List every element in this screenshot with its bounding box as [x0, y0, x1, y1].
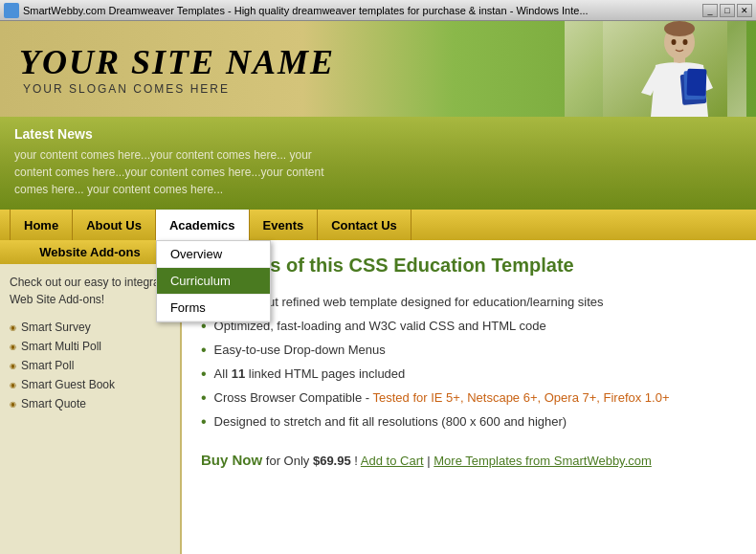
browser-icon: [4, 3, 19, 18]
browser-content: Your Site Name Your Slogan Comes Here: [0, 21, 756, 554]
nav-bar: Home About Us Academics Overview Curricu…: [0, 210, 756, 240]
bullet-icon: ◉: [10, 323, 16, 332]
add-to-cart-link[interactable]: Add to Cart: [361, 454, 424, 468]
feature-item-1: A Clean-cut refined web template designe…: [201, 291, 737, 315]
feature-pages-count: 11: [232, 366, 245, 381]
nav-about-us[interactable]: About Us: [73, 210, 156, 240]
sidebar-text: Check out our easy to integrate Web Site…: [10, 274, 170, 308]
feature-item-3: Easy-to-use Drop-down Menus: [201, 339, 737, 363]
bullet-icon: ◉: [10, 343, 16, 351]
dropdown-curriculum[interactable]: Curriculum: [157, 268, 270, 295]
buy-now-label: Buy Now: [201, 452, 262, 468]
browser-compat-link[interactable]: Tested for IE 5+, Netscape 6+, Opera 7+,…: [373, 390, 670, 405]
more-templates-link[interactable]: More Templates from SmartWebby.com: [434, 454, 652, 468]
sidebar-item-smart-survey[interactable]: ◉ Smart Survey: [10, 318, 170, 337]
sidebar: Website Add-ons Check out our easy to in…: [0, 240, 182, 554]
content-area: Website Add-ons Check out our easy to in…: [0, 240, 756, 554]
dropdown-forms[interactable]: Forms: [157, 295, 270, 321]
site-header: Your Site Name Your Slogan Comes Here: [0, 21, 756, 117]
site-name: Your Site Name: [19, 42, 335, 82]
dropdown-overview[interactable]: Overview: [157, 241, 270, 268]
main-title: Features of this CSS Education Template: [201, 255, 737, 277]
sidebar-list: ◉ Smart Survey ◉ Smart Multi Poll ◉ Smar…: [10, 318, 170, 413]
sidebar-item-smart-quote[interactable]: ◉ Smart Quote: [10, 394, 170, 413]
nav-home[interactable]: Home: [10, 210, 73, 240]
buy-section: Buy Now for Only $69.95 ! Add to Cart | …: [201, 452, 737, 468]
svg-point-8: [683, 39, 688, 45]
nav-contact-us[interactable]: Contact Us: [318, 210, 411, 240]
bullet-icon: ◉: [10, 362, 16, 370]
sidebar-item-smart-guest-book[interactable]: ◉ Smart Guest Book: [10, 375, 170, 394]
news-content: Latest News your content comes here...yo…: [14, 126, 349, 198]
svg-point-7: [672, 39, 677, 45]
separator: |: [427, 454, 430, 468]
price-prefix: for Only: [266, 454, 313, 468]
minimize-button[interactable]: _: [702, 4, 718, 17]
sidebar-item-smart-multi-poll[interactable]: ◉ Smart Multi Poll: [10, 337, 170, 356]
news-title: Latest News: [14, 126, 349, 142]
bullet-icon: ◉: [10, 400, 16, 409]
svg-rect-6: [687, 69, 707, 97]
feature-item-6: Designed to stretch and fit all resoluti…: [201, 410, 737, 434]
person-svg: [603, 21, 727, 117]
nav-academics[interactable]: Academics Overview Curriculum Forms: [156, 210, 250, 240]
price-amount: $69.95: [313, 454, 351, 468]
close-button[interactable]: ✕: [737, 4, 752, 17]
sidebar-title: Website Add-ons: [0, 240, 180, 264]
feature-item-5: Cross Browser Compatible - Tested for IE…: [201, 387, 737, 410]
feature-item-2: Optimized, fast-loading and W3C valid CS…: [201, 315, 737, 339]
title-bar-buttons: _ □ ✕: [702, 4, 752, 17]
exclaim: !: [354, 454, 358, 468]
bullet-icon: ◉: [10, 381, 16, 389]
header-text: Your Site Name Your Slogan Comes Here: [19, 42, 335, 96]
sidebar-item-smart-poll[interactable]: ◉ Smart Poll: [10, 356, 170, 375]
title-bar-text: SmartWebby.com Dreamweaver Templates - H…: [23, 5, 702, 16]
feature-item-4: All 11 linked HTML pages included: [201, 363, 737, 387]
svg-point-2: [664, 21, 695, 36]
nav-events[interactable]: Events: [250, 210, 319, 240]
header-person-image: [555, 21, 746, 117]
news-text: your content comes here...your content c…: [14, 146, 349, 198]
academics-dropdown: Overview Curriculum Forms: [156, 240, 271, 322]
news-banner: Latest News your content comes here...yo…: [0, 117, 756, 210]
title-bar: SmartWebby.com Dreamweaver Templates - H…: [0, 0, 756, 21]
maximize-button[interactable]: □: [720, 4, 735, 17]
features-list: A Clean-cut refined web template designe…: [201, 291, 737, 434]
site-slogan: Your Slogan Comes Here: [23, 82, 335, 96]
